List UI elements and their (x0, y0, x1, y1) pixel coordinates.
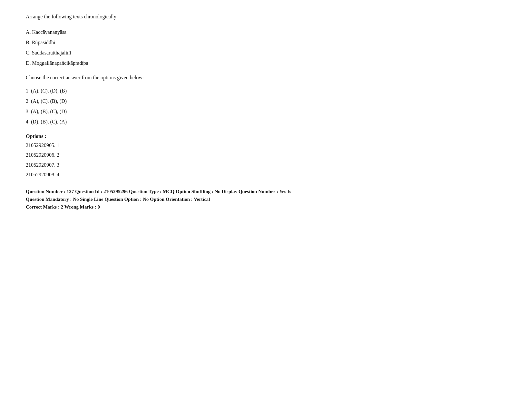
option-val-3: 3 (57, 162, 59, 168)
texts-list: A. Kaccāyananyāsa B. Rūpasiddhi C. Sadda… (26, 27, 506, 68)
text-d-value: Moggallānapañcikāpradīpa (32, 60, 88, 66)
option-value-3: 21052920907. 3 (26, 160, 506, 170)
metadata-line3: Correct Marks : 2 Wrong Marks : 0 (26, 203, 506, 211)
question-container: Arrange the following texts chronologica… (26, 13, 506, 211)
sub-instruction: Choose the correct answer from the optio… (26, 75, 506, 81)
choice-4: 4. (D), (B), (C), (A) (26, 117, 506, 127)
text-b-value: Rūpasiddhi (32, 40, 55, 45)
choice-1: 1. (A), (C), (D), (B) (26, 86, 506, 96)
option-value-2: 21052920906. 2 (26, 150, 506, 160)
choice-1-text: (A), (C), (D), (B) (31, 88, 67, 93)
question-instruction: Arrange the following texts chronologica… (26, 13, 506, 21)
option-id-3: 21052920907 (26, 162, 54, 168)
option-sep-2: . (54, 152, 57, 158)
text-a-value: Kaccāyananyāsa (32, 29, 67, 35)
choice-2-num: 2. (26, 98, 31, 104)
option-value-4: 21052920908. 4 (26, 170, 506, 180)
option-val-1: 1 (57, 142, 59, 148)
choice-3-text: (A), (B), (C), (D) (31, 109, 67, 114)
option-id-2: 21052920906 (26, 152, 54, 158)
option-val-2: 2 (57, 152, 59, 158)
option-sep-3: . (54, 162, 57, 168)
answer-choices-list: 1. (A), (C), (D), (B) 2. (A), (C), (B), … (26, 86, 506, 127)
option-sep-4: . (54, 172, 57, 177)
text-c-label: C. (26, 50, 32, 55)
text-option-a: A. Kaccāyananyāsa (26, 27, 506, 37)
choice-4-text: (D), (B), (C), (A) (31, 119, 67, 124)
text-b-label: B. (26, 40, 32, 45)
option-val-4: 4 (57, 172, 59, 177)
text-option-c: C. Saddasāratthajālinī (26, 48, 506, 58)
options-values-list: 21052920905. 1 21052920906. 2 2105292090… (26, 141, 506, 180)
text-a-label: A. (26, 29, 32, 35)
text-option-d: D. Moggallānapañcikāpradīpa (26, 58, 506, 68)
choice-3-num: 3. (26, 109, 31, 114)
choice-1-num: 1. (26, 88, 31, 93)
options-label: Options : (26, 133, 506, 139)
question-metadata: Question Number : 127 Question Id : 2105… (26, 188, 506, 211)
text-c-value: Saddasāratthajālinī (32, 50, 71, 55)
metadata-line2: Question Mandatory : No Single Line Ques… (26, 195, 506, 203)
text-d-label: D. (26, 60, 32, 66)
option-id-4: 21052920908 (26, 172, 54, 177)
choice-2: 2. (A), (C), (B), (D) (26, 96, 506, 106)
option-sep-1: . (54, 142, 57, 148)
option-id-1: 21052920905 (26, 142, 54, 148)
choice-4-num: 4. (26, 119, 31, 124)
choice-2-text: (A), (C), (B), (D) (31, 98, 67, 104)
metadata-line1: Question Number : 127 Question Id : 2105… (26, 188, 506, 195)
text-option-b: B. Rūpasiddhi (26, 37, 506, 48)
choice-3: 3. (A), (B), (C), (D) (26, 106, 506, 117)
option-value-1: 21052920905. 1 (26, 141, 506, 150)
